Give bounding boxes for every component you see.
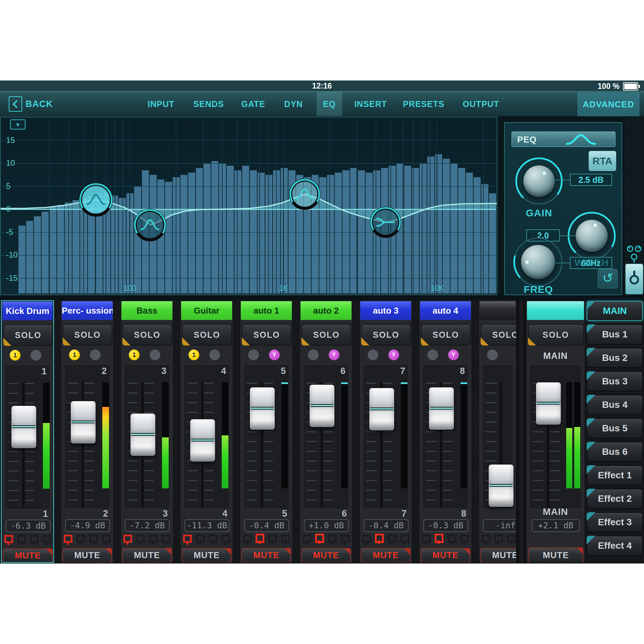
bus-button-effect-4[interactable]: Effect 4 [587,536,643,556]
battery-icon-nub [639,85,640,88]
y-axis-label: 5 [6,181,10,191]
bus-button-bus-4[interactable]: Bus 4 [587,395,643,415]
eq-parameter-panel: PEQ RTA 2.5 dB GAIN [504,122,622,295]
bus-button-bus-3[interactable]: Bus 3 [587,371,643,391]
reset-button[interactable]: ↺ [598,269,618,288]
advanced-button[interactable]: ADVANCED [578,93,639,116]
x-axis-label: 10K [430,284,444,293]
gain-value: 2.5 dB [570,174,612,186]
bus-button-bus-2[interactable]: Bus 2 [587,348,643,368]
x-axis-label: 1K [279,284,288,293]
status-bar: 12:16 100 % [0,80,644,91]
battery-icon [623,82,638,91]
y-axis-label: -15 [6,273,18,283]
nav-tab-sends[interactable]: SENDS [193,92,224,116]
rta-button[interactable]: RTA [589,151,616,171]
x-axis-label: 100 [123,284,136,293]
bus-button-effect-2[interactable]: Effect 2 [587,489,643,509]
eq-band-handle[interactable] [80,184,112,215]
freq-value: 60Hz [570,257,612,269]
eq-type-label: PEQ [517,135,537,145]
width-knob[interactable] [575,219,608,252]
mixer-app: 12:16 100 % BACK INPUTSENDSGATEDYNEQINSE… [0,80,644,564]
battery-percent: 100 % [598,82,620,91]
bell-curve-icon [565,132,597,147]
eq-band-handle[interactable] [371,208,400,236]
right-edge-strip [625,117,644,295]
collapse-graph-icon[interactable]: ▾ [10,119,25,129]
nav-tab-dyn[interactable]: DYN [284,92,303,116]
y-axis-label: 10 [6,158,15,168]
nav-tab-insert[interactable]: INSERT [354,92,387,116]
y-axis-label: 15 [6,136,15,145]
bus-button-effect-3[interactable]: Effect 3 [587,512,643,532]
eq-power-button[interactable] [625,264,643,294]
mixer-knobs-icon[interactable] [626,245,642,262]
bus-button-bus-5[interactable]: Bus 5 [587,418,643,438]
battery-indicator: 100 % [598,82,640,91]
nav-tab-gate[interactable]: GATE [241,92,265,116]
eq-type-selector[interactable]: PEQ [512,131,615,147]
bus-select-column: MAINBus 1Bus 2Bus 3Bus 4Bus 5Bus 6Effect… [0,300,644,564]
eq-section: ▾ 151050-5-10-151001K10K PEQ RTA 2.5 dB … [0,117,644,295]
freq-knob[interactable] [521,245,555,279]
bus-button-effect-1[interactable]: Effect 1 [587,465,643,485]
bus-button-bus-1[interactable]: Bus 1 [587,324,643,344]
top-nav-bar: BACK INPUTSENDSGATEDYNEQINSERTPRESETSOUT… [0,91,644,117]
channel-fader-section: Kick DrumSOLO111-6.3 dBMUTEPerc- ussionS… [0,300,644,564]
bus-button-main[interactable]: MAIN [587,301,643,321]
eq-plot [1,117,497,294]
gain-label: GAIN [518,207,560,219]
nav-tab-output[interactable]: OUTPUT [463,92,499,116]
nav-tab-eq[interactable]: EQ [323,92,336,116]
bus-button-bus-6[interactable]: Bus 6 [587,442,643,462]
eq-band-handle[interactable] [135,210,165,240]
eq-band-handle[interactable] [290,180,319,208]
nav-tab-input[interactable]: INPUT [148,92,174,116]
freq-label: FREQ [518,284,558,295]
clock: 12:16 [312,82,332,91]
y-axis-label: -10 [6,250,18,260]
y-axis-label: 0 [6,204,10,214]
gain-knob[interactable] [523,165,555,197]
y-axis-label: -5 [6,227,13,237]
nav-tab-presets[interactable]: PRESETS [403,92,444,116]
nav-tabs: INPUTSENDSGATEDYNEQINSERTPRESETSOUTPUT [0,92,644,116]
eq-graph[interactable]: ▾ 151050-5-10-151001K10K [0,117,497,295]
